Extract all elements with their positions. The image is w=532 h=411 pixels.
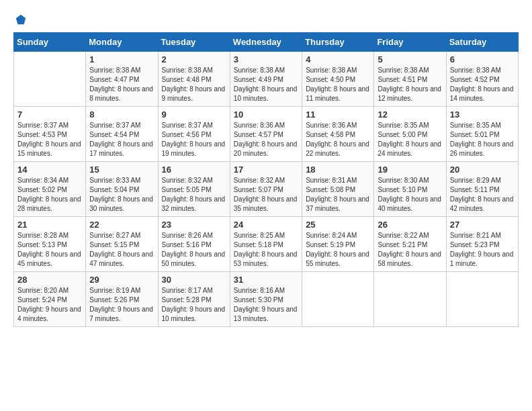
- svg-marker-0: [16, 15, 26, 24]
- day-info: Sunrise: 8:38 AMSunset: 4:48 PMDaylight:…: [162, 66, 226, 103]
- day-info: Sunrise: 8:38 AMSunset: 4:49 PMDaylight:…: [234, 66, 298, 103]
- day-info: Sunrise: 8:37 AMSunset: 4:54 PMDaylight:…: [89, 121, 154, 158]
- day-number: 29: [89, 275, 154, 285]
- day-info: Sunrise: 8:16 AMSunset: 5:30 PMDaylight:…: [234, 286, 298, 324]
- calendar-cell: 22Sunrise: 8:27 AMSunset: 5:15 PMDayligh…: [86, 217, 158, 272]
- calendar-cell: [14, 52, 86, 107]
- calendar-cell: 15Sunrise: 8:33 AMSunset: 5:04 PMDayligh…: [86, 162, 158, 217]
- calendar-cell: [302, 272, 374, 327]
- day-number: 27: [450, 220, 515, 230]
- day-number: 17: [234, 165, 298, 175]
- day-number: 16: [162, 165, 226, 175]
- day-number: 19: [378, 165, 442, 175]
- calendar-cell: 10Sunrise: 8:36 AMSunset: 4:57 PMDayligh…: [230, 107, 302, 162]
- day-info: Sunrise: 8:31 AMSunset: 5:08 PMDaylight:…: [306, 176, 370, 214]
- day-info: Sunrise: 8:33 AMSunset: 5:04 PMDaylight:…: [89, 176, 154, 214]
- calendar-cell: 12Sunrise: 8:35 AMSunset: 5:00 PMDayligh…: [374, 107, 446, 162]
- day-info: Sunrise: 8:22 AMSunset: 5:21 PMDaylight:…: [378, 231, 442, 269]
- calendar-cell: 3Sunrise: 8:38 AMSunset: 4:49 PMDaylight…: [230, 52, 302, 107]
- day-info: Sunrise: 8:36 AMSunset: 4:58 PMDaylight:…: [306, 121, 370, 158]
- day-info: Sunrise: 8:37 AMSunset: 4:53 PMDaylight:…: [17, 121, 82, 158]
- calendar-cell: 27Sunrise: 8:21 AMSunset: 5:23 PMDayligh…: [446, 217, 518, 272]
- day-number: 21: [17, 220, 82, 230]
- calendar-cell: 1Sunrise: 8:38 AMSunset: 4:47 PMDaylight…: [86, 52, 158, 107]
- calendar-cell: 20Sunrise: 8:29 AMSunset: 5:11 PMDayligh…: [446, 162, 518, 217]
- calendar-cell: 23Sunrise: 8:26 AMSunset: 5:16 PMDayligh…: [158, 217, 230, 272]
- day-header-saturday: Saturday: [446, 33, 518, 52]
- day-number: 4: [306, 54, 370, 64]
- day-number: 1: [89, 54, 154, 64]
- day-number: 31: [234, 275, 298, 285]
- calendar-cell: 8Sunrise: 8:37 AMSunset: 4:54 PMDaylight…: [86, 107, 158, 162]
- day-info: Sunrise: 8:27 AMSunset: 5:15 PMDaylight:…: [89, 231, 154, 269]
- calendar-cell: 5Sunrise: 8:38 AMSunset: 4:51 PMDaylight…: [374, 52, 446, 107]
- calendar-cell: [446, 272, 518, 327]
- calendar-cell: 31Sunrise: 8:16 AMSunset: 5:30 PMDayligh…: [230, 272, 302, 327]
- day-header-wednesday: Wednesday: [230, 33, 302, 52]
- day-number: 25: [306, 220, 370, 230]
- day-number: 30: [162, 275, 226, 285]
- day-info: Sunrise: 8:26 AMSunset: 5:16 PMDaylight:…: [162, 231, 226, 269]
- day-header-thursday: Thursday: [302, 33, 374, 52]
- day-info: Sunrise: 8:29 AMSunset: 5:11 PMDaylight:…: [450, 176, 515, 214]
- calendar-table: SundayMondayTuesdayWednesdayThursdayFrid…: [13, 32, 519, 327]
- calendar-cell: 7Sunrise: 8:37 AMSunset: 4:53 PMDaylight…: [14, 107, 86, 162]
- calendar-cell: [374, 272, 446, 327]
- calendar-cell: 13Sunrise: 8:35 AMSunset: 5:01 PMDayligh…: [446, 107, 518, 162]
- calendar-cell: 26Sunrise: 8:22 AMSunset: 5:21 PMDayligh…: [374, 217, 446, 272]
- day-number: 24: [234, 220, 298, 230]
- day-info: Sunrise: 8:32 AMSunset: 5:07 PMDaylight:…: [234, 176, 298, 214]
- day-number: 22: [89, 220, 154, 230]
- day-number: 14: [17, 165, 82, 175]
- day-info: Sunrise: 8:32 AMSunset: 5:05 PMDaylight:…: [162, 176, 226, 214]
- day-info: Sunrise: 8:38 AMSunset: 4:50 PMDaylight:…: [306, 66, 370, 103]
- day-number: 28: [17, 275, 82, 285]
- day-header-friday: Friday: [374, 33, 446, 52]
- page-header: [13, 13, 519, 26]
- day-info: Sunrise: 8:38 AMSunset: 4:47 PMDaylight:…: [89, 66, 154, 103]
- calendar-cell: 6Sunrise: 8:38 AMSunset: 4:52 PMDaylight…: [446, 52, 518, 107]
- calendar-cell: 25Sunrise: 8:24 AMSunset: 5:19 PMDayligh…: [302, 217, 374, 272]
- day-number: 6: [450, 54, 515, 64]
- day-info: Sunrise: 8:36 AMSunset: 4:57 PMDaylight:…: [234, 121, 298, 158]
- day-number: 3: [234, 54, 298, 64]
- day-info: Sunrise: 8:19 AMSunset: 5:26 PMDaylight:…: [89, 286, 154, 324]
- day-number: 18: [306, 165, 370, 175]
- day-info: Sunrise: 8:24 AMSunset: 5:19 PMDaylight:…: [306, 231, 370, 269]
- calendar-cell: 29Sunrise: 8:19 AMSunset: 5:26 PMDayligh…: [86, 272, 158, 327]
- day-number: 15: [89, 165, 154, 175]
- calendar-cell: 11Sunrise: 8:36 AMSunset: 4:58 PMDayligh…: [302, 107, 374, 162]
- calendar-cell: 17Sunrise: 8:32 AMSunset: 5:07 PMDayligh…: [230, 162, 302, 217]
- day-info: Sunrise: 8:17 AMSunset: 5:28 PMDaylight:…: [162, 286, 226, 324]
- calendar-cell: 24Sunrise: 8:25 AMSunset: 5:18 PMDayligh…: [230, 217, 302, 272]
- day-number: 13: [450, 109, 515, 120]
- day-info: Sunrise: 8:28 AMSunset: 5:13 PMDaylight:…: [17, 231, 82, 269]
- day-number: 9: [162, 109, 226, 120]
- calendar-cell: 19Sunrise: 8:30 AMSunset: 5:10 PMDayligh…: [374, 162, 446, 217]
- day-info: Sunrise: 8:37 AMSunset: 4:56 PMDaylight:…: [162, 121, 226, 158]
- day-header-tuesday: Tuesday: [158, 33, 230, 52]
- day-info: Sunrise: 8:34 AMSunset: 5:02 PMDaylight:…: [17, 176, 82, 214]
- day-number: 5: [378, 54, 442, 64]
- day-number: 10: [234, 109, 298, 120]
- day-number: 20: [450, 165, 515, 175]
- day-info: Sunrise: 8:25 AMSunset: 5:18 PMDaylight:…: [234, 231, 298, 269]
- day-number: 2: [162, 54, 226, 64]
- logo: [13, 13, 28, 26]
- calendar-cell: 21Sunrise: 8:28 AMSunset: 5:13 PMDayligh…: [14, 217, 86, 272]
- day-number: 23: [162, 220, 226, 230]
- calendar-cell: 16Sunrise: 8:32 AMSunset: 5:05 PMDayligh…: [158, 162, 230, 217]
- day-number: 12: [378, 109, 442, 120]
- day-info: Sunrise: 8:21 AMSunset: 5:23 PMDaylight:…: [450, 231, 515, 269]
- day-info: Sunrise: 8:35 AMSunset: 5:00 PMDaylight:…: [378, 121, 442, 158]
- calendar-cell: 14Sunrise: 8:34 AMSunset: 5:02 PMDayligh…: [14, 162, 86, 217]
- day-info: Sunrise: 8:38 AMSunset: 4:51 PMDaylight:…: [378, 66, 442, 103]
- calendar-cell: 4Sunrise: 8:38 AMSunset: 4:50 PMDaylight…: [302, 52, 374, 107]
- calendar-cell: 18Sunrise: 8:31 AMSunset: 5:08 PMDayligh…: [302, 162, 374, 217]
- day-info: Sunrise: 8:30 AMSunset: 5:10 PMDaylight:…: [378, 176, 442, 214]
- day-info: Sunrise: 8:38 AMSunset: 4:52 PMDaylight:…: [450, 66, 515, 103]
- calendar-cell: 2Sunrise: 8:38 AMSunset: 4:48 PMDaylight…: [158, 52, 230, 107]
- day-header-monday: Monday: [86, 33, 158, 52]
- day-number: 11: [306, 109, 370, 120]
- day-number: 7: [17, 109, 82, 120]
